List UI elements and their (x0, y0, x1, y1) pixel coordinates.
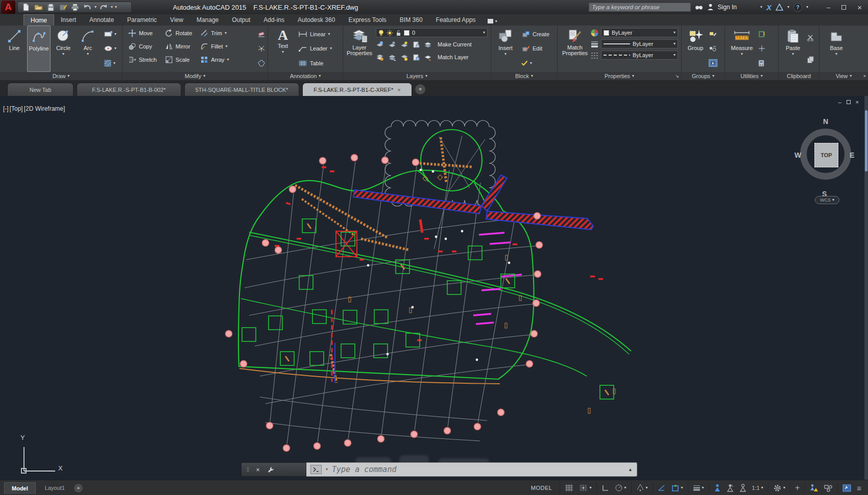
ribbon-tab-addins[interactable]: Add-ins (257, 14, 291, 26)
edit-block-button[interactable]: Edit (520, 43, 551, 54)
fillet-button[interactable]: Fillet▾ (199, 41, 230, 52)
quick-select-icon[interactable] (758, 31, 766, 38)
panel-label-utilities[interactable]: Utilities▾ (725, 72, 778, 80)
layout1-tab[interactable]: Layout1 (38, 482, 72, 493)
isodraft-icon[interactable]: ▾ (635, 482, 649, 493)
ribbon-tab-parametric[interactable]: Parametric (120, 14, 163, 26)
layer-freeze-icon[interactable] (388, 41, 396, 48)
panel-label-groups[interactable]: Groups▾ (682, 72, 725, 80)
help-dropdown-icon[interactable]: ▾ (806, 5, 808, 9)
ribbon-tab-output[interactable]: Output (225, 14, 257, 26)
copy-button[interactable]: Copy (127, 41, 158, 52)
recent-commands-icon[interactable]: ▲ (628, 467, 633, 472)
object-snap-tracking-icon[interactable] (657, 482, 667, 493)
linear-dimension-button[interactable]: Linear▾ (297, 29, 333, 40)
polyline-button[interactable]: Polyline (27, 26, 51, 72)
leader-dropdown-icon[interactable]: ▾ (330, 46, 332, 51)
file-tab-close-icon[interactable]: × (397, 87, 400, 93)
layer-lock-icon[interactable] (400, 41, 408, 48)
ribbon-tab-manage[interactable]: Manage (190, 14, 225, 26)
arc-button[interactable]: Arc ▾ (76, 26, 100, 72)
wcs-menu[interactable]: WCS▾ (815, 196, 839, 204)
minimize-button[interactable]: – (827, 4, 830, 11)
file-tab-xref-active[interactable]: F.S-LAKE.R.-S-PT-B1-C-XREF*× (302, 83, 412, 96)
lineweight-display-icon[interactable]: ▾ (692, 482, 705, 493)
panel-label-layers[interactable]: Layers▾ (343, 72, 491, 80)
panel-label-draw[interactable]: Draw▾ (0, 72, 122, 80)
layer-off-icon[interactable] (376, 41, 384, 48)
isolate-objects-icon[interactable] (823, 482, 834, 493)
drawing-minimize-icon[interactable]: – (838, 99, 841, 105)
model-space-button[interactable]: MODEL (527, 483, 557, 492)
viewport-visual-style-control[interactable]: [2D Wireframe] (24, 105, 65, 112)
circle-dropdown-icon[interactable]: ▾ (62, 52, 64, 56)
paste-button[interactable]: Paste ▾ (781, 26, 805, 72)
file-tab-title-block[interactable]: 5TH-SQUARE-MALL-TITLE BLOCK* (184, 83, 299, 96)
layer-select-combo[interactable]: 0 ▾ (376, 28, 488, 37)
attributes-dropdown-icon[interactable]: ▾ (530, 61, 532, 65)
ribbon-minimize-dropdown-icon[interactable]: ▾ (495, 19, 497, 23)
command-input[interactable] (332, 465, 624, 474)
command-grip-icon[interactable]: ⁞⁞ (247, 466, 249, 473)
ribbon-tab-home[interactable]: Home (23, 14, 54, 26)
customize-wrench-icon[interactable] (267, 466, 275, 474)
quick-calculator-icon[interactable] (758, 60, 764, 67)
ribbon-minimize-icon[interactable] (488, 19, 493, 23)
ribbon-tab-express-tools[interactable]: Express Tools (342, 14, 393, 26)
communication-dropdown-icon[interactable]: ▾ (787, 5, 789, 9)
ellipse-icon[interactable] (104, 45, 113, 52)
plus-tracking-icon[interactable]: + (794, 482, 801, 493)
group-edit-icon[interactable] (709, 45, 716, 52)
text-dropdown-icon[interactable]: ▾ (282, 50, 284, 54)
leader-button[interactable]: Leader▾ (297, 43, 333, 54)
table-button[interactable]: Table (297, 58, 333, 69)
model-tab[interactable]: Model (4, 482, 36, 494)
linetype-combo[interactable]: ByLayer▾ (601, 51, 678, 60)
new-drawing-plus-button[interactable]: + (415, 84, 425, 94)
ribbon-tab-autodesk360[interactable]: Autodesk 360 (291, 14, 342, 26)
command-close-icon[interactable]: × (256, 466, 260, 474)
command-bar-handle[interactable]: ⁞⁞ × (241, 462, 306, 477)
layer-thaw-all-icon[interactable] (400, 54, 408, 61)
viewport-menu-control[interactable]: [-] (3, 105, 9, 112)
viewcube[interactable]: TOP N S W E (797, 117, 855, 209)
search-binoculars-icon[interactable] (695, 4, 703, 11)
ribbon-tab-featured-apps[interactable]: Featured Apps (429, 14, 483, 26)
panel-label-view[interactable]: View▾× (819, 72, 868, 80)
match-layer-button[interactable]: Match Layer (436, 52, 470, 63)
annotation-monitor-icon[interactable] (808, 482, 819, 493)
trim-button[interactable]: Trim▾ (199, 28, 230, 39)
snap-dropdown-icon[interactable]: ▾ (589, 486, 591, 490)
annotation-scale-icon[interactable] (738, 482, 748, 493)
linetype-icon[interactable] (591, 52, 598, 59)
panel-label-properties[interactable]: Properties▾↘ (558, 72, 681, 80)
layer-combo-dropdown-icon[interactable]: ▾ (483, 31, 485, 35)
copy-clip-icon[interactable] (807, 56, 814, 63)
ribbon-tab-annotate[interactable]: Annotate (83, 14, 120, 26)
lineweight-dropdown-icon[interactable]: ▾ (702, 486, 704, 490)
rotate-button[interactable]: Rotate (163, 28, 194, 39)
file-tab-new[interactable]: New Tab (7, 83, 74, 96)
panel-label-modify[interactable]: Modify▾ (123, 72, 268, 80)
hatch-dropdown-icon[interactable]: ▾ (113, 61, 115, 65)
object-color-combo[interactable]: ByLayer▾ (601, 28, 678, 37)
make-current-icon[interactable] (424, 41, 432, 48)
lock-document-icon[interactable] (413, 41, 420, 48)
rectangle-icon[interactable] (104, 31, 113, 38)
panel-label-annotation[interactable]: Annotation▾ (268, 72, 343, 80)
insert-dropdown-icon[interactable]: ▾ (504, 52, 507, 56)
array-button[interactable]: Array▾ (199, 54, 230, 65)
stretch-button[interactable]: Stretch (127, 54, 158, 65)
ungroup-icon[interactable] (709, 31, 716, 38)
match-layer-icon[interactable] (424, 54, 432, 61)
drawing-restore-icon[interactable] (847, 100, 851, 104)
sign-in-button[interactable]: Sign In (718, 4, 737, 11)
layer-thaw-sun-icon[interactable] (387, 30, 393, 36)
polar-dropdown-icon[interactable]: ▾ (624, 486, 626, 490)
group-selection-icon[interactable] (709, 59, 717, 67)
match-properties-button[interactable]: Match Properties (560, 26, 590, 72)
base-dropdown-icon[interactable]: ▾ (835, 52, 837, 56)
drawing-canvas[interactable]: [-] [Top] [2D Wireframe] – × TOP N S W E… (0, 96, 868, 480)
properties-dialog-launcher-icon[interactable]: ↘ (675, 73, 679, 79)
ortho-mode-icon[interactable] (600, 482, 610, 493)
